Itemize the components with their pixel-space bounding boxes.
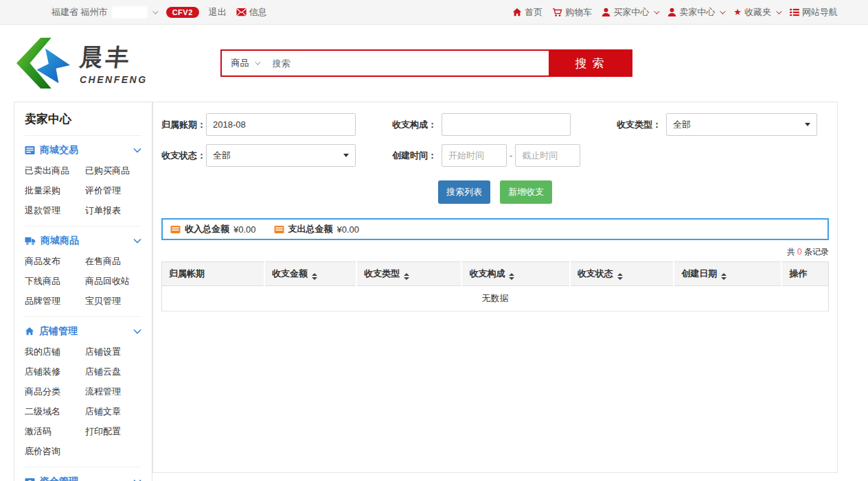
sidebar-section-goods: 商城商品 商品发布 在售商品 下线商品 商品回收站 品牌管理 宝贝管理: [25, 226, 141, 317]
col-label: 收支类型: [364, 268, 400, 279]
period-label: 归属账期：: [161, 119, 206, 131]
cart-icon: [552, 8, 562, 17]
sidebar-item-order-report[interactable]: 订单报表: [85, 204, 141, 217]
nav-label: 收藏夹: [744, 6, 771, 19]
sidebar-item-shop-decoration[interactable]: 店铺装修: [25, 366, 85, 378]
empty-row: 无数据: [162, 286, 829, 312]
search-button[interactable]: 搜索: [549, 51, 631, 75]
sidebar-item-subdomain[interactable]: 二级域名: [25, 406, 85, 418]
income-total-label: 收入总金额: [185, 223, 229, 235]
action-buttons: 搜索列表 新增收支: [161, 180, 829, 204]
sidebar-item-my-shop[interactable]: 我的店铺: [25, 346, 85, 358]
sidebar-item-purchased-goods[interactable]: 已购买商品: [85, 165, 141, 177]
sidebar-item-shop-cloud-disk[interactable]: 店铺云盘: [85, 366, 141, 378]
sidebar-item-goods-category[interactable]: 商品分类: [25, 386, 85, 398]
sidebar-item-publish-goods[interactable]: 商品发布: [25, 255, 85, 268]
sidebar-item-floor-price-inquiry[interactable]: 底价咨询: [25, 445, 85, 458]
sort-icon[interactable]: [617, 273, 623, 280]
section-header-funds[interactable]: 资金管理: [25, 476, 141, 481]
envelope-icon: [236, 8, 247, 16]
income-total: 收入总金额 ¥0.00: [170, 223, 256, 235]
add-income-expense-button[interactable]: 新增收支: [500, 180, 552, 204]
type-select-value: 全部: [673, 119, 691, 131]
col-status[interactable]: 收支状态: [570, 262, 674, 286]
sidebar-item-shop-articles[interactable]: 店铺文章: [85, 406, 141, 418]
logo[interactable]: 晨丰 CHENFENG: [14, 36, 148, 90]
logo-mark-icon: [14, 36, 73, 90]
sort-icon[interactable]: [509, 273, 514, 280]
col-composition[interactable]: 收支构成: [461, 262, 569, 286]
sidebar-item-goods-recycle-bin[interactable]: 商品回收站: [85, 275, 141, 288]
sidebar-section-shop: 店铺管理 我的店铺 店铺设置 店铺装修 店铺云盘 商品分类 流程管理 二级域名 …: [25, 317, 141, 467]
empty-message: 无数据: [162, 286, 829, 312]
period-input[interactable]: [206, 113, 356, 136]
sidebar-item-print-config[interactable]: 打印配置: [85, 425, 141, 438]
start-time-input[interactable]: [442, 144, 507, 167]
region-selector[interactable]: 福建省 福州市: [52, 6, 157, 19]
sidebar-item-activation-code[interactable]: 激活码: [25, 425, 85, 438]
col-label: 收支金额: [272, 268, 308, 279]
header: 晨丰 CHENFENG 商品 搜索: [0, 25, 868, 102]
sidebar-item-offline-goods[interactable]: 下线商品: [25, 275, 85, 288]
brand-name: 晨丰: [78, 42, 149, 73]
topbar-nav: 首页 购物车 买家中心: [512, 6, 838, 19]
sidebar-item-shop-settings[interactable]: 店铺设置: [85, 346, 141, 358]
region-label: 福建省 福州市: [52, 6, 108, 19]
income-total-value: ¥0.00: [233, 224, 256, 235]
sidebar-item-brand-management[interactable]: 品牌管理: [25, 295, 85, 307]
col-type[interactable]: 收支类型: [356, 262, 461, 286]
sidebar-item-on-sale-goods[interactable]: 在售商品: [85, 255, 141, 268]
sidebar-item-sold-goods[interactable]: 已卖出商品: [25, 165, 85, 177]
messages-link[interactable]: 信息: [236, 6, 267, 19]
search-list-button[interactable]: 搜索列表: [438, 180, 490, 204]
messages-label: 信息: [249, 6, 267, 19]
sidebar-title: 卖家中心: [25, 102, 141, 136]
filter-row-2: 收支状态： 全部 创建时间： -: [161, 144, 829, 167]
section-title: 店铺管理: [39, 325, 78, 338]
sort-icon[interactable]: [721, 273, 727, 280]
col-label: 创建日期: [681, 268, 717, 279]
sidebar-item-review-management[interactable]: 评价管理: [85, 185, 141, 197]
shop-home-icon: [25, 327, 34, 336]
end-time-input[interactable]: [515, 144, 580, 167]
col-amount[interactable]: 收支金额: [264, 262, 356, 286]
nav-buyer-center[interactable]: 买家中心: [602, 6, 658, 19]
nav-home[interactable]: 首页: [512, 6, 542, 19]
record-count-prefix: 共: [787, 247, 795, 257]
chevron-down-icon: [152, 8, 158, 14]
section-header-trade[interactable]: 商城交易: [25, 144, 141, 156]
col-created-date[interactable]: 创建日期: [674, 262, 781, 286]
sidebar-item-process-management[interactable]: 流程管理: [85, 386, 141, 398]
chevron-down-icon: [255, 59, 260, 64]
brand-name-en: CHENFENG: [80, 74, 148, 85]
sidebar-item-refund-management[interactable]: 退款管理: [25, 204, 85, 217]
logout-link[interactable]: 退出: [209, 6, 227, 19]
user-level-badge[interactable]: CFV2: [166, 7, 199, 18]
type-select[interactable]: 全部: [666, 113, 817, 136]
col-label: 归属帐期: [169, 268, 205, 279]
income-expense-table: 归属帐期 收支金额 收支类型 收支构成 收支状态: [161, 261, 829, 312]
sidebar-item-bulk-purchase[interactable]: 批量采购: [25, 185, 85, 197]
nav-seller-center[interactable]: 卖家中心: [667, 6, 724, 19]
search-input[interactable]: [266, 51, 549, 75]
redacted-region: [112, 6, 148, 19]
banknote-icon: [274, 225, 284, 234]
section-header-shop[interactable]: 店铺管理: [25, 325, 141, 338]
nav-cart[interactable]: 购物车: [552, 6, 592, 19]
nav-favorites[interactable]: ★ 收藏夹: [733, 6, 780, 19]
composition-input[interactable]: [442, 113, 571, 136]
table-header-row: 归属帐期 收支金额 收支类型 收支构成 收支状态: [162, 262, 829, 286]
sort-icon[interactable]: [312, 273, 317, 280]
nav-label: 购物车: [565, 6, 592, 19]
sidebar-item-item-management[interactable]: 宝贝管理: [85, 295, 141, 307]
search-category-select[interactable]: 商品: [222, 51, 266, 75]
status-select[interactable]: 全部: [206, 144, 356, 167]
user-icon: [667, 8, 676, 17]
truck-icon: [25, 236, 36, 246]
sort-icon[interactable]: [404, 273, 409, 280]
nav-site-map[interactable]: 网站导航: [790, 6, 838, 19]
col-label: 操作: [789, 268, 807, 279]
record-count-number: 0: [797, 247, 802, 257]
section-header-goods[interactable]: 商城商品: [25, 235, 141, 247]
status-label: 收支状态：: [161, 150, 206, 162]
